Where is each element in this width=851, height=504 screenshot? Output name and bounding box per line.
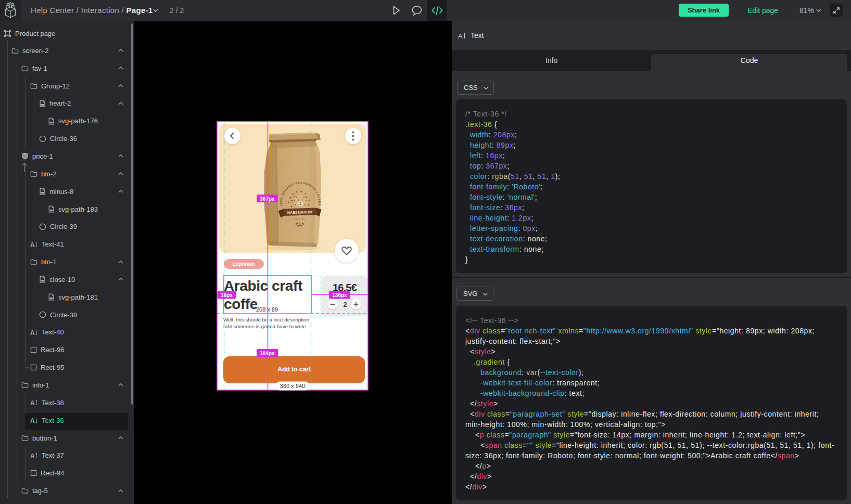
svg-text:A: A [458, 32, 463, 40]
svg-text:136px: 136px [332, 292, 347, 298]
svg-text:A: A [30, 452, 35, 459]
svg-text:360 x 640: 360 x 640 [280, 383, 305, 389]
svg-text:16px: 16px [221, 292, 233, 298]
svg-text:208 x 89: 208 x 89 [256, 306, 278, 313]
svg-text:367px: 367px [260, 196, 275, 202]
svg-text:A: A [30, 417, 35, 424]
svg-text:A: A [30, 241, 35, 248]
svg-text:184px: 184px [260, 351, 275, 356]
svg-text:A: A [30, 329, 35, 336]
svg-text:A: A [30, 399, 35, 407]
